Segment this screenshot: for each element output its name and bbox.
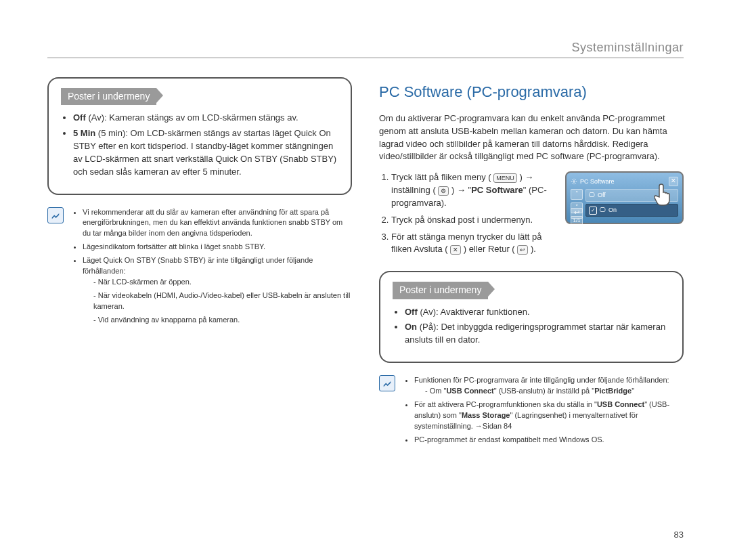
lcd-return-icon[interactable]: ↩ — [571, 208, 583, 219]
left-column: Poster i undermeny Off (Av): Kameran stä… — [47, 77, 352, 530]
text: ) → " — [451, 185, 471, 195]
right-note: Funktionen för PC-programvara är inte ti… — [379, 375, 684, 448]
steps-list: Tryck lätt på fliken meny ( MENU ) → ins… — [379, 171, 554, 260]
intro-paragraph: Om du aktiverar PC-programvara kan du en… — [379, 112, 684, 163]
note-icon — [379, 375, 395, 391]
step-2: Tryck på önskad post i undermenyn. — [391, 214, 554, 227]
list-item: När LCD-skärmen är öppen. — [93, 277, 352, 288]
step-3: För att stänga menyn trycker du lätt på … — [391, 231, 554, 257]
submenu-title-tab: Poster i undermeny — [61, 88, 156, 105]
list-item: Vid användning av knapparna på kameran. — [93, 315, 352, 326]
list-item: 5 Min (5 min): Om LCD-skärmen stängs av … — [73, 127, 338, 178]
list-item: PC-programmet är endast kompatibelt med … — [414, 435, 684, 446]
list-item: Om "USB Connect" (USB-anslutn) är instäl… — [425, 386, 684, 397]
left-note: Vi rekommenderar att du slår av kameran … — [47, 207, 352, 328]
list-item: Off (Av): Kameran stängs av om LCD-skärm… — [73, 112, 338, 125]
lcd-screen: PC Software ✕ ˄ ˅ 1/1 🖵 Off — [565, 171, 684, 224]
text: ). — [531, 244, 536, 254]
steps-row: Tryck lätt på fliken meny ( MENU ) → ins… — [379, 171, 684, 260]
gear-icon: ⚙ — [438, 186, 449, 196]
list-item: Läget Quick On STBY (Snabb STBY) är inte… — [83, 255, 352, 326]
list-item: Funktionen för PC-programvara är inte ti… — [414, 375, 684, 397]
step-1: Tryck lätt på fliken meny ( MENU ) → ins… — [391, 171, 554, 210]
right-submenu-box: Poster i undermeny Off (Av): Avaktiverar… — [379, 271, 684, 363]
content-columns: Poster i undermeny Off (Av): Kameran stä… — [47, 77, 684, 530]
note-text: Funktionen för PC-programvara är inte ti… — [414, 376, 669, 384]
note-list: Funktionen för PC-programvara är inte ti… — [403, 375, 684, 448]
gear-icon — [571, 178, 577, 185]
check-icon: ✓ — [589, 207, 597, 215]
lcd-up-icon[interactable]: ˄ — [571, 189, 583, 200]
section-title: PC Software (PC-programvara) — [379, 81, 684, 103]
list-item: On (På): Det inbyggda redigeringsprogram… — [405, 321, 670, 347]
note-list: Vi rekommenderar att du slår av kameran … — [72, 207, 352, 328]
bold: PC Software — [471, 185, 523, 195]
menu-icon: MENU — [493, 173, 517, 183]
left-submenu-list: Off (Av): Kameran stängs av om LCD-skärm… — [61, 112, 338, 178]
dash-list: Om "USB Connect" (USB-anslutn) är instäl… — [414, 386, 684, 397]
list-item: Vi rekommenderar att du slår av kameran … — [83, 207, 352, 240]
note-text: Läget Quick On STBY (Snabb STBY) är inte… — [83, 256, 313, 275]
submenu-title-tab: Poster i undermeny — [393, 282, 488, 299]
option-label: On — [608, 206, 617, 215]
lcd-title: PC Software — [580, 177, 615, 186]
page: Systeminställningar Poster i undermeny O… — [0, 0, 731, 560]
right-column: PC Software (PC-programvara) Om du aktiv… — [379, 77, 684, 530]
right-submenu-list: Off (Av): Avaktiverar funktionen. On (På… — [393, 306, 670, 347]
list-item: Off (Av): Avaktiverar funktionen. — [405, 306, 670, 319]
page-header: Systeminställningar — [47, 41, 684, 58]
left-submenu-box: Poster i undermeny Off (Av): Kameran stä… — [47, 77, 352, 195]
monitor-icon: 🖵 — [589, 191, 595, 200]
option-label: Off — [598, 191, 606, 200]
monitor-icon: 🖵 — [600, 206, 606, 215]
text: ) eller Retur ( — [464, 244, 515, 254]
pointer-hand-icon — [652, 182, 675, 211]
text: Tryck lätt på fliken meny ( — [391, 172, 491, 182]
note-icon — [47, 207, 64, 223]
dash-list: När LCD-skärmen är öppen. När videokabel… — [83, 277, 352, 326]
list-item: När videokabeln (HDMI, Audio-/Video-kabe… — [93, 290, 352, 312]
return-icon: ↩ — [517, 245, 528, 255]
list-item: För att aktivera PC-programfunktionen sk… — [414, 400, 684, 432]
svg-point-0 — [573, 181, 575, 183]
list-item: Lägesindikatorn fortsätter att blinka i … — [83, 242, 352, 253]
close-icon: ✕ — [450, 245, 461, 255]
page-number: 83 — [47, 530, 684, 540]
